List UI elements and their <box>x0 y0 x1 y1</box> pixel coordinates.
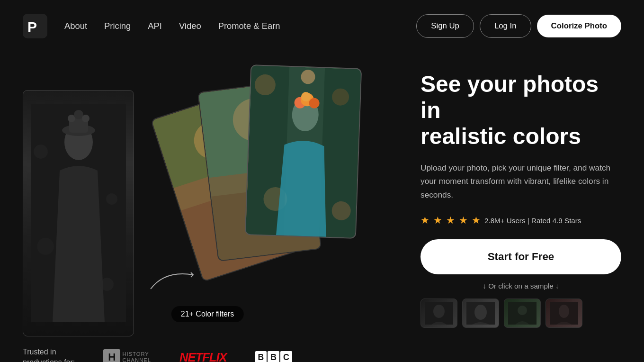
hero-text: See your photos in realistic colors Uplo… <box>392 62 621 328</box>
nav-pricing[interactable]: Pricing <box>104 21 131 31</box>
sample-thumb-2[interactable] <box>462 299 499 328</box>
nav-video[interactable]: Video <box>179 21 201 31</box>
hero-section: 21+ Color filters See your photos in rea… <box>0 52 644 328</box>
color-filters-badge: 21+ Color filters <box>171 306 244 322</box>
nav-api[interactable]: API <box>148 21 162 31</box>
sign-up-button[interactable]: Sign Up <box>416 14 474 38</box>
site-logo[interactable]: P <box>23 14 47 38</box>
svg-point-39 <box>518 306 527 315</box>
sample-thumb-4[interactable] <box>546 299 582 328</box>
bw-photo <box>23 90 134 336</box>
svg-point-9 <box>34 145 48 159</box>
star-5: ★ <box>472 215 481 226</box>
hero-subtext: Upload your photo, pick your unique filt… <box>420 161 619 202</box>
star-2: ★ <box>433 215 442 226</box>
nav-links: About Pricing API Video Promote & Earn <box>64 21 416 31</box>
star-3: ★ <box>446 215 455 226</box>
log-in-button[interactable]: Log In <box>480 14 531 38</box>
sample-thumbnails <box>420 299 621 328</box>
hero-heading: See your photos in realistic colors <box>420 71 621 150</box>
svg-point-10 <box>106 193 117 205</box>
start-free-button[interactable]: Start for Free <box>420 239 621 274</box>
fan-cards <box>160 62 378 317</box>
history-text: HISTORY CHANNEL <box>122 351 151 362</box>
nav-actions: Sign Up Log In Colorize Photo <box>416 14 621 38</box>
colorize-photo-button[interactable]: Colorize Photo <box>537 15 621 37</box>
star-4: ★ <box>459 215 468 226</box>
svg-point-12 <box>100 278 114 291</box>
nav-about[interactable]: About <box>64 21 87 31</box>
trusted-label: Trusted in productions for: <box>23 347 75 362</box>
svg-point-7 <box>74 110 83 119</box>
bbc-logo: B B C <box>255 351 292 362</box>
history-h-letter: H <box>103 349 120 362</box>
netflix-logo: NETFLIX <box>179 351 227 362</box>
bbc-c: C <box>280 351 292 362</box>
svg-text:P: P <box>27 19 37 35</box>
svg-point-8 <box>82 115 89 122</box>
nav-promote[interactable]: Promote & Earn <box>218 21 280 31</box>
bbc-b1: B <box>255 351 267 362</box>
sample-thumb-3[interactable] <box>504 299 541 328</box>
sample-thumb-1[interactable] <box>420 299 457 328</box>
svg-point-35 <box>433 305 445 318</box>
svg-point-37 <box>474 305 487 320</box>
colorized-photo-main <box>245 64 362 239</box>
history-channel-logo: H HISTORY CHANNEL <box>103 349 151 362</box>
svg-point-11 <box>37 238 54 255</box>
sample-text: ↓ Or click on a sample ↓ <box>420 282 621 290</box>
stars-row: ★ ★ ★ ★ ★ 2.8M+ Users | Rated 4.9 Stars <box>420 215 621 226</box>
main-nav: P About Pricing API Video Promote & Earn… <box>0 0 644 52</box>
bbc-b2: B <box>268 351 279 362</box>
hero-images: 21+ Color filters <box>23 62 392 327</box>
svg-point-41 <box>559 305 569 318</box>
star-1: ★ <box>420 215 429 226</box>
rating-text: 2.8M+ Users | Rated 4.9 Stars <box>484 217 581 225</box>
trusted-logos: H HISTORY CHANNEL NETFLIX B B C <box>103 349 292 362</box>
